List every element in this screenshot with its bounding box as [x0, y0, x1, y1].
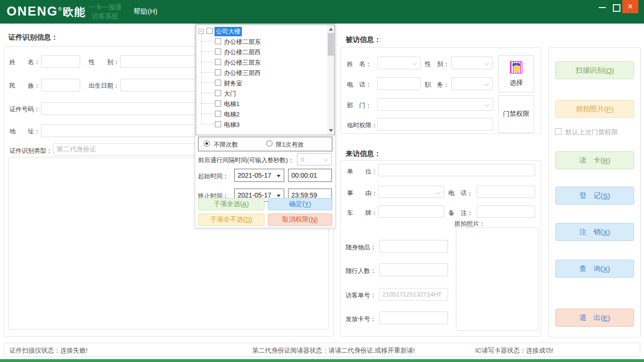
temp-perm-input[interactable] [377, 118, 493, 131]
tree-item-checkbox[interactable] [215, 69, 221, 75]
tree-item-label[interactable]: 办公楼二层东 [224, 38, 261, 46]
company-label: 单 位： [347, 167, 378, 176]
cancel-perm-button[interactable]: 取消权限(N) [268, 214, 332, 226]
scanner-status: 证件扫描仪状态：连接失败! [9, 346, 88, 355]
scrollbar-thumb[interactable] [328, 33, 334, 56]
visited-phone-input[interactable] [377, 77, 421, 90]
tree-connector [201, 51, 215, 52]
company-input[interactable] [378, 164, 535, 176]
select-visited-button[interactable]: 选择 [498, 55, 534, 92]
scroll-up-icon[interactable] [329, 28, 333, 31]
visit-panel-header: 来访信息： [346, 149, 381, 158]
chevron-down-icon [436, 190, 441, 195]
product-line1: 一卡一脸通 [86, 3, 124, 12]
scroll-down-icon[interactable] [329, 129, 333, 132]
tree-item-label[interactable]: 电梯2 [224, 110, 239, 119]
start-time-input[interactable]: 00:00:01 [288, 169, 332, 182]
order-value: 210517125132714HT [379, 288, 448, 301]
tree-connector [201, 62, 215, 62]
dropdown-arrow-icon [277, 195, 281, 197]
visited-dept-combo[interactable] [377, 98, 493, 111]
tree-connector [201, 41, 215, 41]
items-input[interactable] [379, 240, 448, 253]
visited-gender-combo[interactable] [451, 57, 493, 69]
maximize-icon[interactable] [613, 4, 620, 12]
id-reader-status: 第二代身份证阅读器状态：请读二代身份证,或移开重新读! [252, 346, 415, 355]
tree-item-label[interactable]: 电梯3 [224, 121, 239, 129]
ethnic-input[interactable] [41, 79, 80, 91]
card-input[interactable] [379, 312, 448, 324]
radio-once-label[interactable]: 限1次有效 [276, 140, 304, 149]
radio-selected-icon[interactable] [204, 140, 210, 147]
tree-item-checkbox[interactable] [215, 90, 221, 96]
tree-item-label[interactable]: 大门 [224, 90, 236, 98]
tree-item-checkbox[interactable] [215, 38, 221, 44]
count-input[interactable] [379, 263, 448, 276]
help-menu[interactable]: 帮助(H) [133, 7, 157, 16]
deselect-all-button[interactable]: 子项全不选(D) [198, 214, 264, 226]
tree-root-label[interactable]: 公司大楼 [215, 27, 242, 36]
radio-unlimited-label[interactable]: 不限次数 [214, 140, 238, 149]
minimize-icon[interactable] [599, 7, 606, 8]
select-all-button[interactable]: 子项全选(A) [198, 198, 264, 210]
tree-item-checkbox[interactable] [215, 100, 221, 107]
tree-connector [201, 124, 215, 124]
default-perm-checkbox[interactable] [555, 128, 561, 135]
tree-item-label[interactable]: 财务室 [224, 79, 242, 88]
card-label: 发放卡号： [346, 315, 376, 323]
register-button[interactable]: 登 记(S) [555, 187, 634, 205]
query-button[interactable]: 查 询(X) [555, 260, 634, 278]
tree-item-label[interactable]: 办公楼二层西 [224, 48, 261, 57]
tree-item-checkbox[interactable] [215, 80, 221, 86]
tree-item-checkbox[interactable] [215, 49, 221, 55]
tree-item-checkbox[interactable] [215, 111, 221, 117]
visited-name-combo[interactable] [377, 57, 421, 69]
tree-item-checkbox[interactable] [215, 59, 221, 65]
bottom-green-strip [0, 359, 644, 362]
brand-text: 欧能 [63, 6, 85, 18]
tree-connector [201, 114, 215, 114]
name-label: 姓 名： [9, 58, 40, 66]
chevron-down-icon [413, 61, 417, 66]
registered-mark: ® [58, 6, 62, 12]
tree-root-checkbox[interactable] [206, 28, 213, 34]
plate-label: 车 牌： [347, 209, 378, 217]
dropdown-arrow-icon [277, 175, 281, 177]
visited-title-label: 职 务： [425, 81, 449, 89]
tree-connector [201, 103, 215, 104]
ic-reader-status: IC读写卡器状态：连接成功! [475, 346, 553, 355]
tree-collapse-icon[interactable]: − [198, 29, 204, 34]
start-time-label: 起始时间： [198, 172, 229, 181]
title-bar: ONENG®欧能 一卡一脸通 访客系统 帮助(H) ✕ [0, 0, 644, 24]
start-date-combo[interactable]: 2021-05-17 [234, 169, 284, 182]
tree-item-label[interactable]: 办公楼三层西 [224, 69, 261, 77]
visitor-phone-label: 电 话： [448, 189, 473, 197]
tree-item-checkbox[interactable] [215, 121, 221, 127]
access-perm-button[interactable]: 门禁权限 [498, 95, 534, 133]
plate-input[interactable] [378, 206, 444, 218]
tree-item-label[interactable]: 电梯1 [224, 100, 239, 108]
close-icon[interactable]: ✕ [622, 0, 638, 13]
capture-photo-button[interactable]: 抓拍照片(P) [555, 100, 634, 118]
confirm-button[interactable]: 确定(Y) [268, 198, 332, 210]
reason-combo[interactable] [378, 186, 444, 198]
note-input[interactable] [477, 206, 535, 218]
radio-icon[interactable] [266, 140, 272, 147]
app-logo: ONENG®欧能 [7, 4, 85, 19]
tree-connector [201, 72, 215, 73]
address-label: 地 址： [9, 127, 40, 136]
capture-photo-area [456, 227, 538, 331]
visitor-phone-input[interactable] [477, 186, 535, 198]
visited-title-combo[interactable] [451, 77, 493, 90]
interval-combo[interactable]: 0 [297, 153, 332, 165]
tree-item-label[interactable]: 办公楼三层东 [224, 58, 261, 67]
name-input[interactable] [41, 55, 80, 68]
interval-label: 前后通行间隔时间(可输入整秒数)： [198, 156, 294, 165]
exit-button[interactable]: 退 出(E) [555, 309, 634, 327]
read-card-button[interactable]: 读 卡(R) [555, 151, 634, 169]
tree-connector [201, 82, 215, 83]
logout-button[interactable]: 注 销(X) [555, 223, 634, 241]
count-label: 随行人数： [346, 267, 376, 275]
scan-id-button[interactable]: 扫描识别(Q) [555, 61, 634, 79]
chevron-down-icon [485, 61, 489, 66]
